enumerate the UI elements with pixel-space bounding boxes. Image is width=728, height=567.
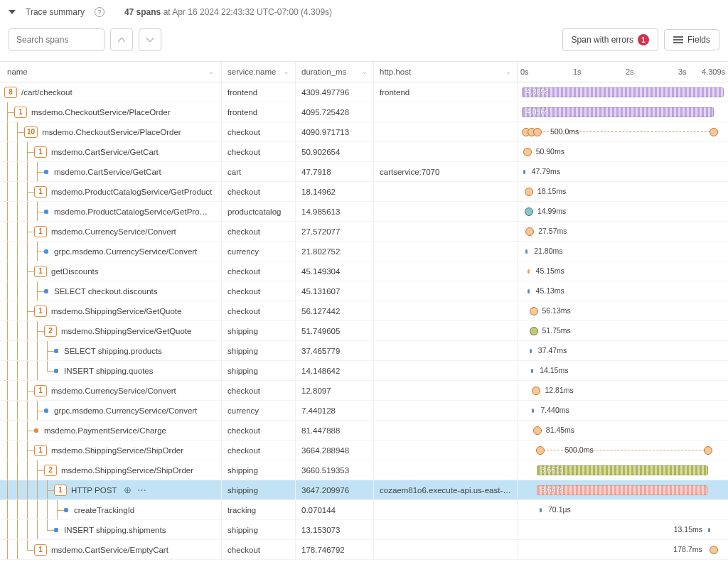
child-count-badge[interactable]: 1: [34, 266, 47, 277]
trace-row[interactable]: 1msdemo.CurrencyService/Convertcheckout2…: [0, 222, 728, 242]
bar-label: 51.75ms: [542, 326, 571, 335]
duration-value: 4090.971713: [301, 128, 349, 136]
header-timestamp: at Apr 16 2024 22:43:32 UTC-07:00 (4.309…: [164, 7, 333, 17]
fields-button[interactable]: Fields: [664, 29, 719, 50]
trace-row[interactable]: msdemo.ProductCatalogService/GetPro…prod…: [0, 202, 728, 222]
trace-row[interactable]: msdemo.CartService/GetCartcart47.7918car…: [0, 162, 728, 182]
child-count-badge[interactable]: 1: [54, 485, 67, 496]
leaf-dot-icon: [54, 528, 58, 532]
more-icon[interactable]: ⋯: [137, 485, 146, 495]
child-count-badge[interactable]: 2: [44, 325, 57, 337]
trace-row[interactable]: 2msdemo.ShippingService/GetQuoteshipping…: [0, 321, 728, 341]
bar-label: 47.79ms: [532, 167, 560, 176]
span-bar[interactable]: [523, 170, 525, 174]
bar-label: 3.661s: [541, 465, 564, 474]
child-count-badge[interactable]: 1: [34, 544, 47, 556]
span-node-icon: [530, 327, 538, 335]
child-count-badge[interactable]: 1: [34, 445, 47, 456]
span-bar[interactable]: [530, 349, 532, 353]
trace-row[interactable]: 8/cart/checkoutfrontend4309.497796fronte…: [0, 82, 728, 102]
bar-label: 70.1µs: [548, 505, 571, 514]
bar-label: 37.47ms: [538, 346, 567, 355]
col-header-name[interactable]: name⌄: [0, 62, 222, 82]
chevron-down-icon[interactable]: [9, 10, 16, 14]
span-bar[interactable]: [540, 508, 542, 512]
trace-row[interactable]: 1msdemo.ShippingService/GetQuotecheckout…: [0, 301, 728, 321]
child-count-badge[interactable]: 10: [24, 126, 38, 138]
col-header-service[interactable]: service.name⌄: [222, 62, 296, 82]
trace-row[interactable]: 2msdemo.ShippingService/ShipOrdershippin…: [0, 460, 728, 480]
timeline-tick: 1s: [573, 68, 582, 76]
bar-label: 50.90ms: [536, 147, 564, 156]
span-bar[interactable]: [522, 87, 724, 97]
child-count-badge[interactable]: 1: [14, 107, 27, 118]
trace-row[interactable]: SELECT shipping.productsshipping37.46577…: [0, 341, 728, 361]
trace-row[interactable]: 1getDiscountscheckout45.14930445.15ms: [0, 261, 728, 281]
duration-value: 178.746792: [301, 546, 345, 554]
bar-label: 45.15ms: [536, 266, 564, 275]
span-bar[interactable]: [531, 369, 533, 373]
bar-label: 7.440ms: [540, 406, 569, 414]
child-count-badge[interactable]: 1: [34, 146, 47, 158]
errors-label: Span with errors: [572, 35, 633, 45]
zoom-icon[interactable]: ⊕: [124, 485, 132, 495]
fields-icon: [673, 36, 683, 43]
child-count-badge[interactable]: 2: [44, 465, 57, 476]
child-count-badge[interactable]: 8: [4, 87, 17, 98]
bar-label: 14.15ms: [540, 366, 568, 374]
next-button[interactable]: [139, 28, 161, 51]
span-node-icon: [533, 426, 542, 435]
sort-icon: ⌄: [362, 68, 368, 75]
timeline-tick: 4.309s: [702, 68, 725, 76]
child-count-badge[interactable]: 1: [34, 385, 47, 396]
bar-label: 3.647s: [541, 485, 564, 494]
trace-row[interactable]: 1msdemo.CheckoutService/PlaceOrderfronte…: [0, 102, 728, 122]
span-name: msdemo.PaymentService/Charge: [44, 426, 166, 435]
leaf-dot-icon: [64, 508, 68, 512]
trace-row[interactable]: 10msdemo.CheckoutService/PlaceOrdercheck…: [0, 122, 728, 142]
service-name: cart: [228, 168, 241, 176]
service-name: checkout: [228, 387, 260, 395]
bar-label: 56.13ms: [542, 306, 571, 315]
header-meta: 47 spans at Apr 16 2024 22:43:32 UTC-07:…: [124, 7, 332, 17]
trace-row[interactable]: 1HTTP POST⊕⋯shipping3647.209976cozaem81o…: [0, 480, 728, 500]
trace-row[interactable]: msdemo.PaymentService/Chargecheckout81.4…: [0, 421, 728, 441]
trace-row[interactable]: SELECT checkout.discountscheckout45.1316…: [0, 281, 728, 301]
child-count-badge[interactable]: 1: [34, 226, 47, 237]
trace-row[interactable]: 1msdemo.CurrencyService/Convertcheckout1…: [0, 381, 728, 401]
span-name: msdemo.CartService/GetCart: [54, 168, 161, 176]
trace-row[interactable]: INSERT shipping.quotesshipping14.1486421…: [0, 361, 728, 381]
span-bar[interactable]: [528, 289, 530, 293]
trace-row[interactable]: INSERT shipping.shipmentsshipping13.1530…: [0, 520, 728, 540]
span-node-icon: [536, 446, 545, 455]
child-count-badge[interactable]: 1: [34, 186, 47, 198]
prev-button[interactable]: [110, 28, 133, 51]
span-bar[interactable]: [525, 249, 528, 254]
trace-row[interactable]: 1msdemo.ShippingService/ShipOrdercheckou…: [0, 441, 728, 460]
span-bar[interactable]: [708, 528, 710, 532]
span-bar[interactable]: [532, 409, 534, 413]
trace-row[interactable]: 1msdemo.CartService/GetCartcheckout50.90…: [0, 142, 728, 162]
span-bar[interactable]: [522, 107, 714, 117]
span-name: SELECT shipping.products: [64, 347, 162, 355]
trace-row[interactable]: 1msdemo.ProductCatalogService/GetProduct…: [0, 182, 728, 202]
duration-value: 21.802752: [301, 247, 340, 256]
duration-value: 45.131607: [301, 287, 340, 296]
service-name: shipping: [228, 327, 258, 335]
span-bar[interactable]: [528, 269, 530, 274]
trace-row[interactable]: createTrackingIdtracking0.07014470.1µs: [0, 500, 728, 520]
service-name: checkout: [228, 446, 260, 455]
duration-value: 56.127442: [301, 307, 340, 315]
trace-row[interactable]: grpc.msdemo.CurrencyService/Convertcurre…: [0, 401, 728, 421]
header-title: Trace summary: [26, 7, 85, 17]
col-header-duration[interactable]: duration_ms⌄: [296, 62, 374, 82]
child-count-badge[interactable]: 1: [34, 306, 47, 317]
span-name: msdemo.ShippingService/ShipOrder: [61, 466, 193, 475]
span-errors-button[interactable]: Span with errors 1: [562, 28, 658, 51]
help-icon[interactable]: ?: [95, 7, 105, 17]
trace-row[interactable]: grpc.msdemo.CurrencyService/Convertcurre…: [0, 242, 728, 261]
col-header-host[interactable]: http.host⌄: [374, 62, 518, 82]
trace-row[interactable]: 1msdemo.CartService/EmptyCartcheckout178…: [0, 540, 728, 560]
search-input[interactable]: [9, 28, 105, 51]
duration-value: 27.572077: [301, 227, 340, 236]
